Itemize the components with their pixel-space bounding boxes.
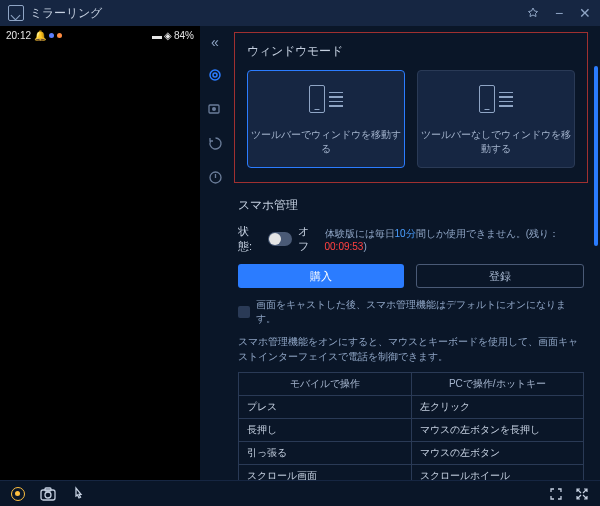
management-note: スマホ管理機能をオンにすると、マウスとキーボードを使用して、画面キャストインター… <box>238 334 584 364</box>
section-title: ウィンドウモード <box>247 43 575 60</box>
window-mode-toolbar-card[interactable]: ツールバーでウィンドウを移動する <box>247 70 405 168</box>
sidebar-history-icon[interactable] <box>206 134 224 152</box>
checkbox-label: 画面をキャストした後、スマホ管理機能はデフォルトにオンになります。 <box>256 298 584 326</box>
status-dot-icon <box>57 33 62 38</box>
battery-text: 84% <box>174 30 194 41</box>
table-cell: スクロール画面 <box>239 465 412 480</box>
app-logo-icon <box>8 5 24 21</box>
header-cell: モバイルで操作 <box>239 373 412 395</box>
expand-icon[interactable] <box>548 486 564 502</box>
window-mode-no-toolbar-card[interactable]: ツールバーなしでウィンドウを移動する <box>417 70 575 168</box>
table-cell: マウスの左ボタンを長押し <box>412 419 584 441</box>
phone-statusbar: 20:12 🔔 ▬ ◈ 84% <box>0 26 200 44</box>
default-on-checkbox[interactable] <box>238 306 250 318</box>
status-label: 状態: <box>238 224 262 254</box>
table-cell: プレス <box>239 396 412 418</box>
table-row: プレス左クリック <box>239 396 583 419</box>
phone-mirror-panel: 20:12 🔔 ▬ ◈ 84% <box>0 26 200 480</box>
buy-button[interactable]: 購入 <box>238 264 404 288</box>
section-title: スマホ管理 <box>238 197 584 214</box>
scrollbar[interactable] <box>594 66 598 246</box>
table-cell: 引っ張る <box>239 442 412 464</box>
hotkey-table: モバイルで操作 PCで操作/ホットキー プレス左クリック長押しマウスの左ボタンを… <box>238 372 584 480</box>
wifi-icon: ◈ <box>164 30 172 41</box>
fullscreen-icon[interactable] <box>574 486 590 502</box>
status-time: 20:12 <box>6 30 31 41</box>
sidebar-settings-icon[interactable] <box>206 66 224 84</box>
settings-content: ウィンドウモード ツールバーでウィンドウを移動する ツールバーなしでウィンドウを… <box>230 26 600 480</box>
pin-icon[interactable] <box>526 6 540 20</box>
table-row: スクロール画面スクロールホイール <box>239 465 583 480</box>
table-cell: スクロールホイール <box>412 465 584 480</box>
trial-info: 体験版には毎日10分間しか使用できません。(残り：00:09:53) <box>325 227 585 252</box>
card-label: ツールバーなしでウィンドウを移動する <box>418 128 574 156</box>
titlebar: ミラーリング − ✕ <box>0 0 600 26</box>
toggle-state: オフ <box>298 224 319 254</box>
camera-icon[interactable] <box>40 486 56 502</box>
table-cell: 左クリック <box>412 396 584 418</box>
close-icon[interactable]: ✕ <box>578 6 592 20</box>
table-cell: 長押し <box>239 419 412 441</box>
smartphone-section: スマホ管理 状態: オフ 体験版には毎日10分間しか使用できません。(残り：00… <box>234 197 588 480</box>
settings-sidebar: « <box>200 26 230 480</box>
table-header: モバイルで操作 PCで操作/ホットキー <box>239 373 583 396</box>
toolbar-mode-icon <box>304 82 348 116</box>
header-cell: PCで操作/ホットキー <box>412 373 584 395</box>
status-dot-icon <box>49 33 54 38</box>
bell-icon: 🔔 <box>34 30 46 41</box>
table-row: 長押しマウスの左ボタンを長押し <box>239 419 583 442</box>
sidebar-power-icon[interactable] <box>206 168 224 186</box>
table-row: 引っ張るマウスの左ボタン <box>239 442 583 465</box>
register-button[interactable]: 登録 <box>416 264 584 288</box>
minimize-icon[interactable]: − <box>552 6 566 20</box>
svg-point-1 <box>213 73 217 77</box>
no-toolbar-mode-icon <box>474 82 518 116</box>
app-title: ミラーリング <box>30 5 520 22</box>
sidebar-record-icon[interactable] <box>206 100 224 118</box>
table-cell: マウスの左ボタン <box>412 442 584 464</box>
card-label: ツールバーでウィンドウを移動する <box>248 128 404 156</box>
management-toggle[interactable] <box>268 232 292 246</box>
svg-point-7 <box>45 492 51 498</box>
pointer-icon[interactable] <box>70 486 86 502</box>
bottombar <box>0 480 600 506</box>
signal-icon: ▬ <box>152 30 162 41</box>
collapse-icon[interactable]: « <box>211 34 219 50</box>
record-icon[interactable] <box>10 486 26 502</box>
svg-point-0 <box>210 70 220 80</box>
svg-point-3 <box>212 107 216 111</box>
window-mode-section: ウィンドウモード ツールバーでウィンドウを移動する ツールバーなしでウィンドウを… <box>234 32 588 183</box>
